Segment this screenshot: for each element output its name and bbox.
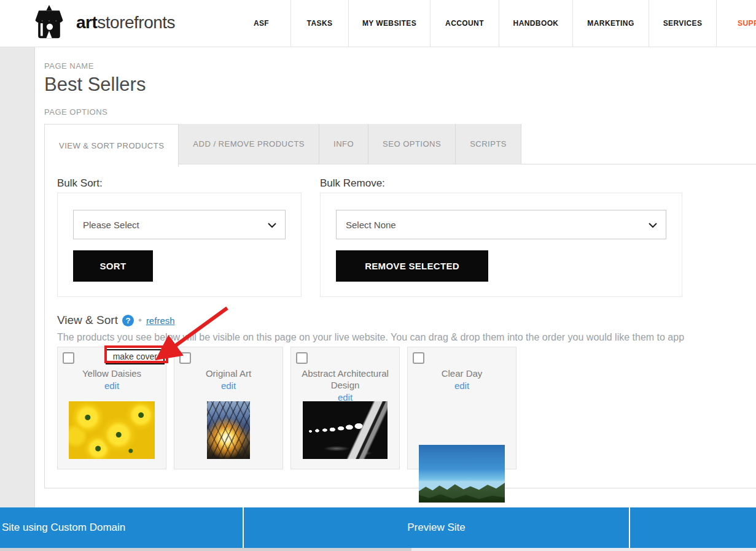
remove-selected-button[interactable]: REMOVE SELECTED [336, 250, 488, 282]
bulk-remove-selected-value: Select None [346, 220, 396, 230]
product-card-clear-day[interactable]: Clear Day edit [407, 347, 516, 469]
bulk-remove-heading: Bulk Remove: [320, 177, 682, 190]
nav-item-marketing[interactable]: MARKETING [572, 0, 649, 47]
view-sort-heading-row: View & Sort ? • refresh [57, 314, 756, 327]
tab-info[interactable]: INFO [319, 124, 368, 164]
product-edit-link[interactable]: edit [58, 380, 166, 391]
product-card-list: make cover Yellow Daisies edit Original … [57, 347, 756, 469]
chevron-down-icon [648, 220, 658, 232]
tab-seo-options[interactable]: SEO OPTIONS [368, 124, 456, 164]
brand-wordmark: artstorefronts [76, 13, 175, 33]
tab-add-remove-products[interactable]: ADD / REMOVE PRODUCTS [179, 124, 319, 164]
nav-item-asf[interactable]: ASF [232, 0, 290, 47]
make-cover-button[interactable]: make cover [106, 349, 165, 364]
mountains-blue-sky-photo[interactable] [419, 445, 505, 503]
left-gray-rail [0, 47, 35, 507]
product-card-yellow-daisies[interactable]: make cover Yellow Daisies edit [57, 347, 166, 469]
bulk-sort-section: Bulk Sort: Please Select SORT [57, 177, 302, 297]
main-nav: ASF TASKS MY WEBSITES ACCOUNT HANDBOOK M… [232, 0, 756, 47]
product-title: Clear Day [408, 347, 516, 379]
preview-site-button[interactable]: Preview Site [244, 507, 630, 548]
bulk-sort-box: Please Select SORT [57, 193, 302, 297]
nav-item-services[interactable]: SERVICES [649, 0, 716, 47]
product-checkbox[interactable] [413, 352, 424, 364]
sort-button[interactable]: SORT [73, 250, 153, 282]
storefront-logo-icon [31, 4, 68, 41]
nav-item-handbook[interactable]: HANDBOOK [499, 0, 572, 47]
tab-scripts[interactable]: SCRIPTS [456, 124, 521, 164]
tab-view-sort-products[interactable]: VIEW & SORT PRODUCTS [44, 124, 179, 167]
bullet-separator: • [138, 314, 142, 326]
footer-right-button[interactable] [630, 507, 756, 548]
bulk-sort-heading: Bulk Sort: [57, 177, 302, 190]
nav-item-my-websites[interactable]: MY WEBSITES [348, 0, 430, 47]
page-content: PAGE NAME Best Sellers PAGE OPTIONS VIEW… [44, 47, 756, 488]
product-edit-link[interactable]: edit [174, 380, 283, 391]
site-custom-domain-button[interactable]: Site using Custom Domain [0, 507, 244, 548]
top-navigation-bar: artstorefronts ASF TASKS MY WEBSITES ACC… [0, 0, 756, 47]
tab-panel-view-sort: Bulk Sort: Please Select SORT Bulk Remov… [44, 164, 756, 488]
question-mark-icon[interactable]: ? [122, 315, 134, 326]
bulk-sort-selected-value: Please Select [83, 220, 139, 230]
view-sort-description: The products you see below will be visib… [57, 332, 756, 343]
product-card-abstract-architectural[interactable]: Abstract Architectural Design edit [290, 347, 400, 469]
product-edit-link[interactable]: edit [408, 380, 516, 391]
nav-item-tasks[interactable]: TASKS [290, 0, 348, 47]
page-options-tabs: VIEW & SORT PRODUCTS ADD / REMOVE PRODUC… [44, 124, 756, 164]
nav-item-support[interactable]: SUPPORT [716, 0, 756, 47]
bulk-remove-box: Select None REMOVE SELECTED [320, 193, 682, 297]
sunset-through-trees-photo[interactable] [207, 401, 250, 459]
product-checkbox[interactable] [179, 352, 191, 364]
page-name-label: PAGE NAME [44, 61, 756, 71]
site-action-bar: Site using Custom Domain Preview Site [0, 507, 756, 548]
horizontal-scrollbar-thumb[interactable] [0, 548, 411, 551]
view-sort-heading: View & Sort [57, 314, 118, 327]
refresh-link[interactable]: refresh [146, 315, 175, 326]
yellow-daisies-photo[interactable] [69, 401, 155, 459]
bulk-sort-select[interactable]: Please Select [73, 210, 286, 239]
bulk-remove-select[interactable]: Select None [336, 210, 666, 239]
bulk-remove-section: Bulk Remove: Select None REMOVE SELECTED [320, 177, 682, 297]
product-checkbox[interactable] [63, 352, 74, 364]
page-options-label: PAGE OPTIONS [44, 107, 756, 117]
chevron-down-icon [267, 220, 277, 232]
product-title: Original Art [174, 347, 283, 379]
black-white-architecture-photo[interactable] [303, 401, 388, 459]
artstorefronts-logo[interactable]: artstorefronts [31, 4, 175, 41]
product-checkbox[interactable] [296, 352, 308, 364]
nav-item-account[interactable]: ACCOUNT [430, 0, 499, 47]
page-title: Best Sellers [44, 74, 756, 96]
product-card-original-art[interactable]: Original Art edit [174, 347, 283, 469]
horizontal-scrollbar[interactable] [0, 548, 756, 551]
